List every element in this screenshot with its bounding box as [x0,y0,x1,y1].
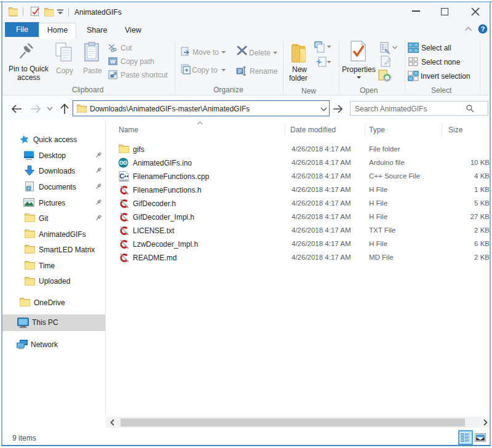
svg-text:?: ? [481,25,485,33]
svg-text:W: W [110,58,116,65]
svg-text:C: C [119,172,124,180]
